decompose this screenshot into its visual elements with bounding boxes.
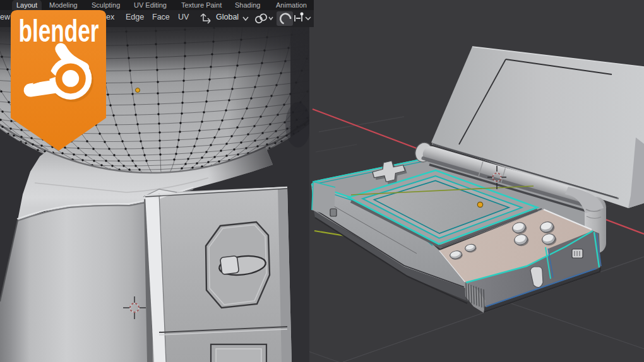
svg-text:blender: blender — [19, 13, 99, 49]
